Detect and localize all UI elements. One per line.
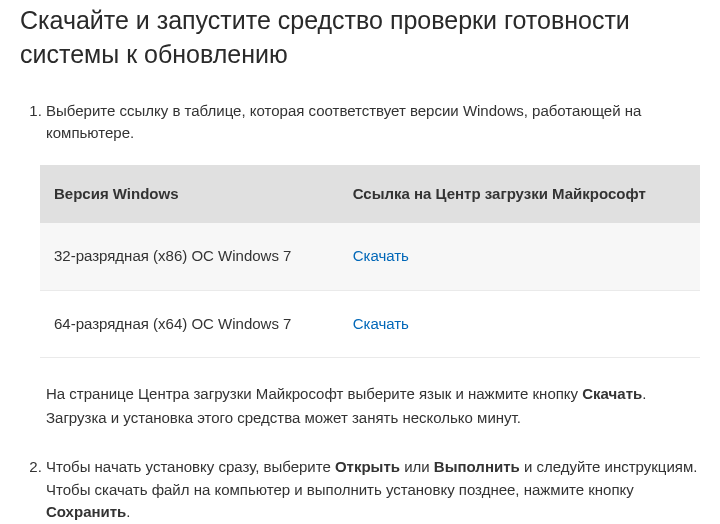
link-cell: Скачать (339, 290, 700, 358)
page-title: Скачайте и запустите средство проверки г… (20, 4, 700, 72)
step-1-intro: Выберите ссылку в таблице, которая соотв… (46, 102, 641, 142)
step-2-text: или (400, 458, 434, 475)
note-bold-download: Скачать (582, 385, 642, 402)
download-link-x86[interactable]: Скачать (353, 247, 409, 264)
download-table: Версия Windows Ссылка на Центр загрузки … (40, 165, 700, 359)
table-header-row: Версия Windows Ссылка на Центр загрузки … (40, 165, 700, 224)
step-2-text: Чтобы начать установку сразу, выберите (46, 458, 335, 475)
table-row: 64-разрядная (x64) ОС Windows 7 Скачать (40, 290, 700, 358)
version-cell: 32-разрядная (x86) ОС Windows 7 (40, 223, 339, 290)
col-link-header: Ссылка на Центр загрузки Майкрософт (339, 165, 700, 224)
link-cell: Скачать (339, 223, 700, 290)
step-2-text: . (126, 503, 130, 520)
step-1: Выберите ссылку в таблице, которая соотв… (46, 100, 700, 431)
download-table-wrapper: Версия Windows Ссылка на Центр загрузки … (40, 165, 700, 359)
table-row: 32-разрядная (x86) ОС Windows 7 Скачать (40, 223, 700, 290)
version-cell: 64-разрядная (x64) ОС Windows 7 (40, 290, 339, 358)
steps-list: Выберите ссылку в таблице, которая соотв… (20, 100, 700, 524)
step-2-bold-save: Сохранить (46, 503, 126, 520)
step-2: Чтобы начать установку сразу, выберите О… (46, 456, 700, 524)
step-1-note: На странице Центра загрузки Майкрософт в… (46, 382, 700, 430)
note-text: На странице Центра загрузки Майкрософт в… (46, 385, 582, 402)
step-2-bold-run: Выполнить (434, 458, 520, 475)
step-2-bold-open: Открыть (335, 458, 400, 475)
col-version-header: Версия Windows (40, 165, 339, 224)
download-link-x64[interactable]: Скачать (353, 315, 409, 332)
